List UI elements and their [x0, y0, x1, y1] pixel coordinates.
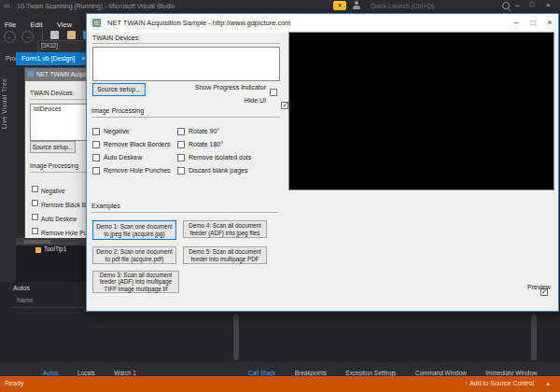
document-tab-form1[interactable]: Form1.vb [Design] × [16, 52, 91, 65]
designer-source-setup-button[interactable]: Source setup... [30, 141, 76, 153]
tab-close-icon[interactable]: × [81, 55, 85, 62]
designer-devices-label: TWAIN Devices: [30, 90, 74, 96]
checkbox[interactable] [92, 128, 100, 135]
checkbox-label: Remove Hole Punches [104, 167, 171, 174]
search-icon[interactable] [502, 2, 510, 9]
checkbox[interactable] [32, 214, 38, 220]
vs-main-window: ∞ 10-Twain Scanning (Running) - Microsof… [0, 0, 560, 392]
show-progress-label: Show Progress Indicator [189, 84, 266, 91]
component-tray: ToolTip1 [16, 245, 91, 282]
dialog-close-button[interactable]: × [542, 18, 557, 27]
quick-launch-input[interactable] [369, 1, 494, 11]
designer-form-title: NET TWAIN Acqui [36, 71, 86, 77]
document-tab-label: Form1.vb [Design] [21, 55, 75, 62]
panel-vscrollbar[interactable] [233, 314, 239, 360]
notifications-filter-icon[interactable]: ▼ [333, 1, 346, 10]
twain-devices-label: TWAIN Devices: [92, 35, 140, 41]
toolbar-separator [42, 31, 43, 40]
devices-listbox[interactable] [92, 47, 280, 81]
preview-label: Preview [527, 284, 551, 290]
group-separator [92, 43, 280, 44]
checkbox-label: Discard blank pages [189, 167, 247, 174]
twain-dialog: NET TWAIN Acquisition Sample - http://ww… [86, 13, 559, 312]
checkbox-label: Rotate 180° [189, 141, 223, 147]
vs-maximize-button[interactable]: □ [530, 1, 534, 7]
checkbox[interactable] [177, 141, 185, 148]
tooltip-component-label[interactable]: ToolTip1 [44, 245, 66, 252]
debug-toolbar: Process: [3432] twain_sampl [6, 40, 96, 51]
vs-titlebar: ∞ 10-Twain Scanning (Running) - Microsof… [0, 0, 560, 12]
new-file-icon[interactable] [50, 31, 59, 39]
vs-minimize-button[interactable]: – [515, 1, 519, 9]
checkbox[interactable] [92, 167, 100, 175]
dialog-title: NET TWAIN Acquisition Sample - http://ww… [107, 19, 291, 27]
demo4-button[interactable]: Demo 4: Scan all document feeder (ADF) i… [183, 220, 267, 238]
form-icon [28, 71, 34, 77]
checkbox-discard-blank-pages[interactable]: Discard blank pages [177, 161, 247, 178]
checkbox-label: Remove isolated dots [189, 154, 251, 161]
dialog-titlebar[interactable]: NET TWAIN Acquisition Sample - http://ww… [87, 14, 558, 33]
checkbox-label: Negative [41, 188, 65, 194]
demo1-button[interactable]: Demo 1: Scan one document to jpeg file (… [92, 220, 176, 240]
vs-window-title: 10-Twain Scanning (Running) - Microsoft … [17, 3, 175, 9]
demo2-button[interactable]: Demo 2: Scan one document to pdf file (a… [92, 246, 176, 264]
panel-vscrollbar[interactable] [531, 314, 537, 360]
feedback-person-icon[interactable] [352, 1, 361, 10]
vs-logo-icon: ∞ [4, 1, 9, 10]
hscrollbar-thumb[interactable] [23, 240, 51, 244]
checkbox[interactable] [32, 200, 38, 206]
demo3-button[interactable]: Demo 3: Scan all document feeder (ADF) i… [92, 271, 179, 293]
checkbox-label: Rotate 90° [189, 128, 219, 134]
dialog-minimize-button[interactable]: – [509, 18, 524, 27]
checkbox-remove-hole-punches[interactable]: Remove Hole Punches [92, 161, 171, 178]
checkbox[interactable] [177, 167, 185, 175]
column-header-divider [11, 307, 86, 308]
checkbox-label: Auto Deskew [104, 154, 142, 161]
checkbox-label: Auto Deskew [41, 216, 77, 222]
live-visual-tree-tab[interactable]: Live Visual Tree [1, 54, 7, 129]
checkbox[interactable] [92, 141, 100, 148]
designer-checkbox-remove-hole[interactable]: Remove Hole Pun [32, 222, 91, 239]
bottom-tabs-bar: Autos Locals Watch 1 Call Stack Breakpoi… [0, 362, 560, 376]
source-setup-button[interactable]: Source setup... [92, 83, 146, 96]
autos-name-column-header[interactable]: Name [17, 297, 33, 303]
checkbox[interactable] [32, 186, 38, 192]
checkbox-label: Remove Black Borders [104, 141, 171, 147]
add-to-source-control-button[interactable]: ↑ Add to Source Control [465, 380, 534, 386]
vs-close-button[interactable]: × [546, 1, 551, 9]
checkbox[interactable] [177, 128, 185, 135]
upload-icon: ↑ [465, 380, 469, 386]
status-bar: Ready ↑ Add to Source Control ▲ [0, 376, 560, 392]
designer-surface: NET TWAIN Acqui TWAIN Devices: lstDevice… [16, 65, 91, 282]
group-separator [91, 212, 278, 213]
checkbox[interactable] [177, 154, 185, 161]
checkbox-label: Remove Hole Pun [41, 230, 91, 236]
checkbox[interactable] [32, 228, 38, 234]
autos-panel-title: Autos [13, 285, 30, 291]
status-ready: Ready [5, 380, 23, 386]
tooltip-component-icon [35, 247, 41, 253]
designer-image-processing-label: Image Processing [30, 162, 78, 169]
open-folder-icon[interactable] [67, 31, 76, 39]
add-to-source-control-label: Add to Source Control [469, 380, 534, 386]
scan-preview-area [288, 32, 554, 190]
chevron-up-icon[interactable]: ▲ [546, 381, 551, 386]
show-progress-checkbox[interactable] [270, 89, 277, 96]
examples-label: Examples [91, 203, 120, 209]
checkbox[interactable] [92, 154, 100, 161]
checkbox-label: Remove Black Bor [41, 202, 91, 208]
dialog-maximize-button[interactable]: □ [525, 18, 540, 27]
demo5-button[interactable]: Demo 5: Scan all document feeder into mu… [183, 246, 267, 264]
checkbox-label: Negative [104, 128, 130, 134]
designer-hscrollbar[interactable] [16, 238, 91, 245]
hide-ui-label: Hide UI [189, 97, 266, 104]
image-processing-label: Image Processing [91, 107, 144, 114]
group-separator [91, 117, 280, 118]
dialog-app-icon [92, 19, 101, 27]
